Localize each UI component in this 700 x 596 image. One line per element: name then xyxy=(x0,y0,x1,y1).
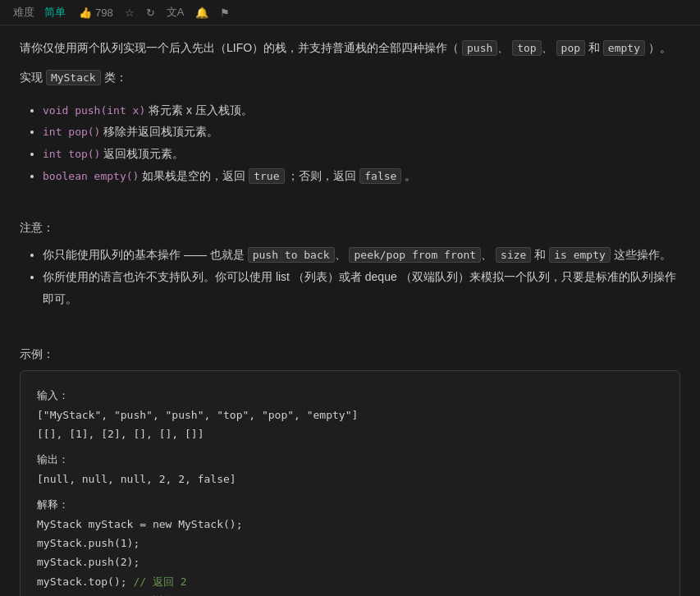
op-push: push xyxy=(462,40,497,56)
input-value-1: ["MyStack", "push", "push", "top", "pop"… xyxy=(37,409,358,421)
like-button[interactable]: 👍 798 xyxy=(79,7,113,19)
class-name: MyStack xyxy=(46,70,101,85)
code-line-2: myStack.push(1); xyxy=(37,534,663,552)
input-label-line: 输入： xyxy=(37,386,663,405)
code-val-4-prefix: myStack.top(); xyxy=(37,575,133,588)
note-code-is-empty: is empty xyxy=(549,247,611,263)
flag-icon: ⚑ xyxy=(220,7,230,19)
input-value-2: [[], [1], [2], [], [], []] xyxy=(37,428,204,440)
method-pop-sig: int pop() xyxy=(43,126,100,138)
bell-button[interactable]: 🔔 xyxy=(195,7,208,19)
example-section: 示例： 输入： ["MyStack", "push", "push", "top… xyxy=(20,347,680,596)
difficulty-label: 难度 xyxy=(13,5,34,20)
bell-icon: 🔔 xyxy=(195,7,208,19)
list-item: void push(int x) 将元素 x 压入栈顶。 xyxy=(43,99,680,121)
code-line-5: myStack.pop(); // 返回 2 xyxy=(37,591,663,596)
note-section: 注意： 你只能使用队列的基本操作 —— 也就是 push to back、 pe… xyxy=(20,221,680,309)
note-item-1: 你只能使用队列的基本操作 —— 也就是 push to back、 peek/p… xyxy=(43,244,680,266)
note-1-prefix: 你只能使用队列的基本操作 —— 也就是 xyxy=(43,248,248,261)
method-top-sig: int top() xyxy=(43,148,100,160)
false-code: false xyxy=(359,168,401,184)
method-list: void push(int x) 将元素 x 压入栈顶。 int pop() 移… xyxy=(20,99,680,187)
code-val-2: myStack.push(1); xyxy=(37,537,140,549)
code-line-3: myStack.push(2); xyxy=(37,552,663,571)
note-code-size: size xyxy=(496,247,531,263)
code-comment-4: // 返回 2 xyxy=(133,575,186,588)
like-icon: 👍 xyxy=(79,7,92,19)
method-empty-desc: 如果栈是空的，返回 xyxy=(142,169,249,182)
note-1-suffix: 这些操作。 xyxy=(614,248,671,261)
note-list: 你只能使用队列的基本操作 —— 也就是 push to back、 peek/p… xyxy=(20,244,680,309)
top-bar-icons: 👍 798 ☆ ↻ 文A 🔔 ⚑ xyxy=(79,5,230,20)
difficulty-easy[interactable]: 简单 xyxy=(44,5,66,20)
star-icon: ☆ xyxy=(125,7,135,19)
note-2-text: 你所使用的语言也许不支持队列。你可以使用 list （列表）或者 deque （… xyxy=(43,270,676,305)
note-title: 注意： xyxy=(20,221,680,236)
method-top-desc: 返回栈顶元素。 xyxy=(103,147,184,160)
code-line-4: myStack.top(); // 返回 2 xyxy=(37,572,663,591)
input-line-2: [[], [1], [2], [], [], []] xyxy=(37,424,663,443)
method-empty-end: 。 xyxy=(405,169,416,182)
output-value: [null, null, null, 2, 2, false] xyxy=(37,473,236,485)
description-intro: 请你仅使用两个队列实现一个后入先出（LIFO）的栈，并支持普通栈的全部四种操作（… xyxy=(20,39,680,58)
code-val-1: MyStack myStack = new MyStack(); xyxy=(37,518,242,530)
input-label: 输入： xyxy=(37,389,69,401)
method-pop-desc: 移除并返回栈顶元素。 xyxy=(103,125,218,138)
example-title: 示例： xyxy=(20,347,680,362)
method-empty-sig: boolean empty() xyxy=(43,170,139,182)
list-item: boolean empty() 如果栈是空的，返回 true ；否则，返回 fa… xyxy=(43,165,680,187)
translate-icon: 文A xyxy=(167,5,185,20)
op-top: top xyxy=(512,40,541,56)
explain-label-line: 解释： xyxy=(37,495,663,514)
note-item-2: 你所使用的语言也许不支持队列。你可以使用 list （列表）或者 deque （… xyxy=(43,266,680,309)
note-1-and: 和 xyxy=(534,248,549,261)
explain-label: 解释： xyxy=(37,498,69,511)
input-line-1: ["MyStack", "push", "push", "top", "pop"… xyxy=(37,406,663,424)
op-pop: pop xyxy=(556,40,585,56)
star-button[interactable]: ☆ xyxy=(125,7,135,19)
method-empty-sep: ；否则，返回 xyxy=(287,169,359,182)
list-item: int pop() 移除并返回栈顶元素。 xyxy=(43,121,680,143)
op-empty: empty xyxy=(603,40,645,56)
refresh-icon: ↻ xyxy=(146,7,155,19)
output-label: 输出： xyxy=(37,453,69,465)
output-value-line: [null, null, null, 2, 2, false] xyxy=(37,470,663,488)
note-code-peek-pop: peek/pop from front xyxy=(349,247,481,263)
implement-line: 实现 MyStack 类： xyxy=(20,68,680,88)
true-code: true xyxy=(249,168,284,184)
refresh-button[interactable]: ↻ xyxy=(146,7,155,19)
output-label-line: 输出： xyxy=(37,450,663,469)
like-count: 798 xyxy=(95,7,113,19)
main-content: 请你仅使用两个队列实现一个后入先出（LIFO）的栈，并支持普通栈的全部四种操作（… xyxy=(0,25,700,596)
note-code-push-to-back: push to back xyxy=(248,247,335,263)
example-box: 输入： ["MyStack", "push", "push", "top", "… xyxy=(20,370,680,596)
translate-button[interactable]: 文A xyxy=(167,5,185,20)
code-line-1: MyStack myStack = new MyStack(); xyxy=(37,515,663,534)
list-item: int top() 返回栈顶元素。 xyxy=(43,143,680,165)
flag-button[interactable]: ⚑ xyxy=(220,7,230,19)
code-val-3: myStack.push(2); xyxy=(37,556,140,568)
top-bar: 难度 简单 👍 798 ☆ ↻ 文A 🔔 ⚑ xyxy=(0,0,700,25)
method-push-sig: void push(int x) xyxy=(43,104,145,117)
method-push-desc: 将元素 x 压入栈顶。 xyxy=(149,103,253,117)
